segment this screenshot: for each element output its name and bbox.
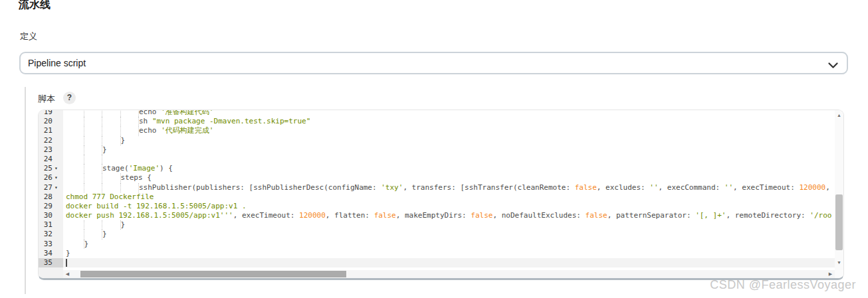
section-indent-line	[25, 87, 26, 294]
indent-guide	[102, 110, 121, 117]
line-number: 24	[39, 155, 54, 164]
indent-guide	[66, 136, 84, 145]
scroll-down-arrow-icon[interactable]: ▼	[835, 259, 843, 267]
code-token: ,	[825, 183, 834, 192]
line-number: 29	[39, 202, 54, 211]
vertical-scrollbar-thumb[interactable]	[835, 194, 843, 250]
gutter-cell: 21	[39, 126, 63, 135]
scroll-left-arrow-icon[interactable]: ◀	[63, 270, 72, 278]
indent-guide	[84, 173, 103, 183]
code-token: , patternSeparator:	[607, 211, 695, 220]
indent-guide	[84, 136, 103, 145]
line-number: 34	[39, 249, 54, 258]
code-line[interactable]	[63, 155, 835, 164]
code-line[interactable]: docker push 192.168.1.5:5005/app:v1''', …	[63, 211, 835, 220]
code-token: , execTimeout:	[233, 211, 299, 220]
code-token: , noDefaultExcludes:	[492, 211, 585, 220]
text-cursor	[66, 259, 67, 267]
scrollbar-corner	[835, 270, 843, 278]
line-number: 33	[39, 240, 54, 249]
indent-guide	[66, 164, 84, 173]
definition-label: 定义	[20, 31, 37, 42]
code-token: 120000	[299, 211, 326, 220]
code-line[interactable]: }	[63, 145, 835, 155]
gutter-cell: 30	[39, 211, 63, 220]
gutter-cell: 35	[39, 258, 63, 267]
definition-select-value: Pipeline script	[28, 53, 86, 73]
fold-arrow-icon[interactable]: ▾	[54, 173, 63, 183]
scroll-right-arrow-icon[interactable]: ▶	[826, 270, 835, 278]
vertical-scrollbar[interactable]: ▲ ▼	[835, 110, 843, 270]
fold-arrow-icon[interactable]: ▾	[54, 183, 63, 192]
code-token: '代码构建完成'	[161, 126, 213, 135]
indent-guide	[66, 110, 84, 117]
horizontal-scrollbar-thumb[interactable]	[80, 271, 346, 277]
line-number: 30	[39, 211, 54, 220]
fold-slot	[54, 249, 63, 258]
code-token: ''	[649, 183, 658, 192]
code-line[interactable]: steps {	[63, 173, 835, 183]
code-line[interactable]: chmod 777 Dockerfile	[63, 192, 835, 202]
code-line[interactable]: echo '代码构建完成'	[63, 126, 835, 135]
code-line[interactable]: echo '准备构建代码'	[63, 110, 835, 117]
gutter-cell: 29	[39, 202, 63, 211]
page-title: 流水线	[19, 0, 51, 12]
code-token: 120000	[799, 183, 825, 192]
editor-gutter: 19202122232425▾26▾27▾2829303132333435	[39, 110, 63, 270]
chevron-down-icon	[828, 60, 838, 72]
editor-body: 19202122232425▾26▾27▾2829303132333435 ec…	[39, 110, 843, 270]
indent-guide	[121, 126, 140, 135]
code-line[interactable]: }	[63, 249, 835, 258]
code-line[interactable]: docker build -t 192.168.1.5:5005/app:v1 …	[63, 202, 835, 211]
line-number: 28	[39, 192, 54, 202]
line-number: 19	[39, 110, 54, 117]
code-token: }	[121, 220, 126, 229]
line-number: 22	[39, 136, 54, 145]
code-token: '/roo	[810, 211, 831, 220]
code-token: echo	[139, 126, 161, 135]
code-line[interactable]: }	[63, 230, 835, 239]
fold-slot	[54, 155, 63, 164]
code-line[interactable]	[63, 258, 835, 267]
code-line[interactable]: stage('Image') {	[63, 164, 835, 173]
scroll-up-arrow-icon[interactable]: ▲	[835, 112, 843, 119]
code-line[interactable]: sshPublisher(publishers: [sshPublisherDe…	[63, 183, 835, 192]
help-button[interactable]: ?	[63, 92, 76, 104]
gutter-corner	[39, 270, 63, 278]
line-number: 25	[39, 164, 54, 173]
gutter-cell: 22	[39, 136, 63, 145]
indent-guide	[84, 230, 103, 239]
line-number: 32	[39, 230, 54, 239]
horizontal-scrollbar-track[interactable]	[72, 270, 826, 278]
definition-select[interactable]: Pipeline script	[19, 52, 848, 74]
gutter-cell: 20	[39, 117, 63, 126]
code-line[interactable]: }	[63, 220, 835, 230]
code-line[interactable]: }	[63, 136, 835, 145]
gutter-cell: 33	[39, 240, 63, 249]
indent-guide	[102, 117, 121, 126]
code-token: , makeEmptyDirs:	[396, 211, 471, 220]
line-number: 23	[39, 145, 54, 155]
indent-guide	[84, 126, 103, 135]
editor-code-area[interactable]: echo '准备构建代码' sh "mvn package -Dmaven.te…	[63, 110, 835, 270]
indent-guide	[66, 173, 84, 183]
code-token: , execCommand:	[659, 183, 724, 192]
code-line[interactable]: }	[63, 240, 835, 249]
gutter-cell: 32	[39, 230, 63, 239]
horizontal-scrollbar[interactable]: ◀ ▶	[39, 270, 835, 278]
code-token: false	[586, 211, 607, 220]
line-number: 31	[39, 220, 54, 230]
pipeline-script-editor[interactable]: 19202122232425▾26▾27▾2829303132333435 ec…	[38, 110, 844, 280]
indent-guide	[121, 110, 140, 117]
code-token: , transfers: [sshTransfer(cleanRemote:	[403, 183, 574, 192]
code-token: }	[102, 145, 107, 154]
fold-slot	[54, 258, 63, 267]
fold-arrow-icon[interactable]: ▾	[54, 164, 63, 173]
indent-guide	[102, 173, 121, 183]
gutter-cell: 26▾	[39, 173, 63, 183]
code-token: 'txy'	[381, 183, 403, 192]
code-token: ''	[724, 183, 733, 192]
indent-guide	[102, 136, 121, 145]
code-line[interactable]: sh "mvn package -Dmaven.test.skip=true"	[63, 117, 835, 126]
fold-slot	[54, 240, 63, 249]
